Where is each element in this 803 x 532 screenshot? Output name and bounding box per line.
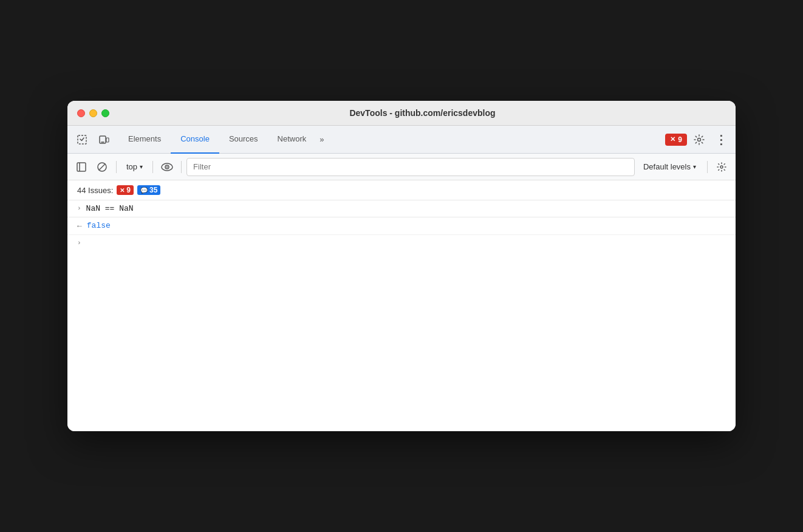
devtools-window: DevTools - github.com/ericsdevblog Eleme… (67, 101, 736, 431)
svg-point-12 (720, 166, 723, 168)
error-issues-count: 9 (126, 186, 131, 194)
tab-actions: ✕ 9 ⋮ (665, 130, 731, 149)
levels-arrow: ▾ (693, 163, 696, 170)
sidebar-icon (76, 162, 87, 172)
device-toggle-button[interactable] (94, 130, 114, 149)
sidebar-toggle-button[interactable] (72, 158, 91, 176)
svg-line-8 (99, 164, 105, 170)
info-issues-count: 35 (149, 186, 157, 194)
error-badge-icon: ✕ (120, 187, 125, 194)
svg-rect-5 (77, 163, 86, 171)
tab-elements[interactable]: Elements (118, 126, 171, 154)
svg-rect-2 (106, 138, 109, 142)
console-gear-icon (716, 162, 727, 172)
console-result-entry: ← false (67, 217, 736, 235)
svg-point-11 (166, 166, 168, 167)
info-badge-icon: 💬 (140, 187, 148, 194)
tab-icons (72, 130, 114, 149)
live-expressions-button[interactable] (158, 158, 176, 176)
console-prompt-entry[interactable]: › (67, 235, 736, 250)
console-area: › NaN == NaN ← false › (67, 200, 736, 431)
title-bar: DevTools - github.com/ericsdevblog (67, 101, 736, 126)
window-title: DevTools - github.com/ericsdevblog (119, 108, 726, 118)
clear-icon (97, 162, 108, 172)
expand-icon[interactable]: › (77, 204, 81, 212)
error-badge[interactable]: ✕ 9 (665, 134, 687, 146)
error-icon: ✕ (670, 135, 675, 143)
log-levels-button[interactable]: Default levels ▾ (637, 160, 702, 174)
device-icon (98, 134, 109, 145)
console-expression-text: NaN == NaN (86, 204, 134, 213)
minimize-button[interactable] (89, 109, 97, 117)
tab-console[interactable]: Console (171, 126, 219, 154)
settings-button[interactable] (689, 130, 709, 149)
dropdown-arrow: ▾ (140, 163, 143, 170)
tab-more[interactable]: » (316, 130, 327, 149)
svg-point-4 (698, 138, 701, 141)
toolbar-divider-2 (152, 161, 153, 173)
toolbar-divider-4 (707, 161, 708, 173)
context-label: top (126, 162, 137, 171)
levels-label: Default levels (643, 162, 691, 171)
console-settings-button[interactable] (712, 158, 731, 176)
issues-prefix: 44 Issues: (77, 186, 113, 195)
tabs-bar: Elements Console Sources Network » ✕ 9 ⋮ (67, 126, 736, 154)
traffic-lights (77, 109, 109, 117)
tab-network[interactable]: Network (268, 126, 316, 154)
toolbar-divider-1 (116, 161, 117, 173)
more-options-button[interactable]: ⋮ (711, 130, 731, 149)
toolbar: top ▾ Default levels ▾ (67, 154, 736, 180)
info-issues-badge[interactable]: 💬 35 (137, 185, 160, 195)
gear-icon (693, 134, 705, 146)
console-prompt-icon: › (77, 239, 81, 247)
console-result-value: false (87, 221, 111, 230)
inspect-icon-button[interactable] (72, 130, 92, 149)
console-expression-entry: › NaN == NaN (67, 200, 736, 217)
maximize-button[interactable] (101, 109, 109, 117)
error-issues-badge[interactable]: ✕ 9 (117, 185, 134, 195)
result-arrow-icon: ← (77, 221, 82, 231)
context-selector[interactable]: top ▾ (121, 160, 148, 174)
filter-input[interactable] (186, 158, 635, 176)
more-icon: ⋮ (715, 134, 727, 146)
tabs: Elements Console Sources Network » (118, 126, 665, 154)
eye-icon (161, 163, 173, 171)
tab-sources[interactable]: Sources (219, 126, 268, 154)
close-button[interactable] (77, 109, 85, 117)
toolbar-divider-3 (181, 161, 182, 173)
clear-console-button[interactable] (93, 158, 111, 176)
inspect-icon (77, 134, 87, 145)
error-count: 9 (678, 135, 682, 144)
issues-bar: 44 Issues: ✕ 9 💬 35 (67, 180, 736, 200)
